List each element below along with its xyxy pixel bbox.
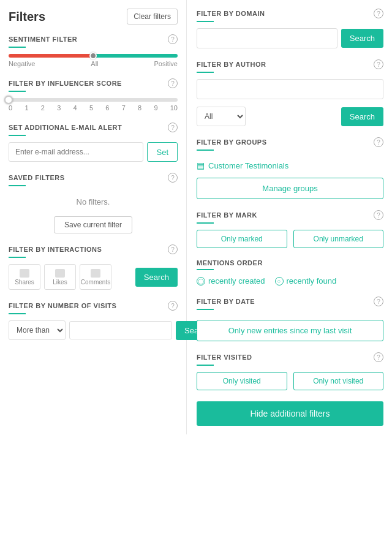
email-alert-header: SET ADDITIONAL E-MAIL ALERT ? bbox=[9, 123, 178, 132]
folder-icon: ▤ bbox=[197, 161, 205, 170]
date-header: FILTER BY DATE ? bbox=[197, 297, 383, 306]
manage-groups-button[interactable]: Manage groups bbox=[197, 178, 383, 199]
influencer-tick-3: 3 bbox=[57, 104, 61, 112]
mark-section: FILTER BY MARK ? Only marked Only unmark… bbox=[197, 210, 383, 248]
influencer-tick-9: 9 bbox=[154, 104, 157, 112]
hide-additional-filters-button[interactable]: Hide additional filters bbox=[197, 401, 383, 426]
interactions-search-button[interactable]: Search bbox=[135, 268, 178, 287]
sentiment-track[interactable] bbox=[9, 54, 178, 58]
shares-icon bbox=[20, 269, 29, 278]
domain-input[interactable] bbox=[197, 28, 337, 48]
email-alert-label: SET ADDITIONAL E-MAIL ALERT bbox=[9, 124, 122, 131]
sentiment-thumb[interactable] bbox=[89, 52, 97, 59]
sentiment-filter-header: SENTIMENT FILTER ? bbox=[9, 34, 178, 44]
author-input-row: All Author Domain Search bbox=[197, 107, 383, 126]
visits-select[interactable]: More than Less than Equal to bbox=[9, 320, 66, 340]
groups-help-icon[interactable]: ? bbox=[374, 137, 383, 147]
saved-filters-label: SAVED FILTERS bbox=[9, 174, 65, 181]
comments-box[interactable]: Comments bbox=[80, 264, 111, 290]
order-row: ◯ recently created ○ recently found bbox=[197, 276, 383, 286]
groups-header: FILTER BY GROUPS ? bbox=[197, 137, 383, 147]
set-button[interactable]: Set bbox=[147, 142, 178, 162]
date-label: FILTER BY DATE bbox=[197, 298, 255, 305]
sentiment-filter-label: SENTIMENT FILTER bbox=[9, 36, 77, 43]
visited-header: FILTER VISITED ? bbox=[197, 352, 383, 362]
interactions-help-icon[interactable]: ? bbox=[168, 244, 178, 254]
new-entries-button[interactable]: Only new entries since my last visit bbox=[197, 320, 383, 341]
mentions-order-section: MENTIONS ORDER ◯ recently created ○ rece… bbox=[197, 259, 383, 286]
author-select[interactable]: All Author Domain bbox=[197, 107, 246, 126]
mark-underline bbox=[197, 222, 214, 224]
group-name: Customer Testimonials bbox=[208, 161, 288, 170]
visits-label: FILTER BY NUMBER OF VISITS bbox=[9, 302, 116, 309]
visited-label: FILTER VISITED bbox=[197, 354, 252, 361]
author-search-button[interactable]: Search bbox=[341, 107, 383, 126]
visits-underline bbox=[9, 313, 26, 314]
visits-number-input[interactable] bbox=[69, 321, 172, 339]
saved-filters-help-icon[interactable]: ? bbox=[168, 173, 178, 183]
recently-created-option[interactable]: ◯ recently created bbox=[197, 276, 265, 286]
email-alert-help-icon[interactable]: ? bbox=[168, 123, 178, 132]
author-header: FILTER BY AUTHOR ? bbox=[197, 59, 383, 69]
visits-header: FILTER BY NUMBER OF VISITS ? bbox=[9, 301, 178, 311]
clock-icon: ◯ bbox=[197, 277, 205, 286]
sentiment-underline bbox=[9, 47, 26, 48]
email-alert-row: Set bbox=[9, 142, 178, 162]
groups-underline bbox=[197, 149, 214, 151]
domain-underline bbox=[197, 21, 214, 22]
author-input[interactable] bbox=[197, 79, 383, 99]
groups-label: FILTER BY GROUPS bbox=[197, 138, 267, 146]
save-current-filter-button[interactable]: Save current filter bbox=[54, 216, 132, 233]
only-marked-button[interactable]: Only marked bbox=[197, 230, 287, 248]
only-not-visited-button[interactable]: Only not visited bbox=[293, 372, 384, 390]
sentiment-positive-label: Positive bbox=[154, 60, 178, 67]
influencer-labels: 0 1 2 3 4 5 6 7 8 9 10 bbox=[9, 104, 178, 112]
influencer-tick-10: 10 bbox=[170, 104, 178, 112]
author-help-icon[interactable]: ? bbox=[374, 59, 383, 69]
influencer-tick-8: 8 bbox=[138, 104, 141, 112]
email-alert-underline bbox=[9, 135, 26, 136]
visits-row: More than Less than Equal to Search bbox=[9, 320, 178, 340]
visited-section: FILTER VISITED ? Only visited Only not v… bbox=[197, 352, 383, 390]
influencer-help-icon[interactable]: ? bbox=[168, 78, 178, 88]
saved-filters-underline bbox=[9, 185, 26, 186]
visited-help-icon[interactable]: ? bbox=[374, 352, 383, 362]
domain-help-icon[interactable]: ? bbox=[374, 9, 383, 18]
recently-found-option[interactable]: ○ recently found bbox=[275, 276, 337, 286]
interactions-underline bbox=[9, 257, 26, 258]
clear-filters-button[interactable]: Clear filters bbox=[127, 9, 178, 25]
influencer-score-section: FILTER BY INFLUENCER SCORE ? 0 1 2 3 4 5… bbox=[9, 78, 178, 112]
saved-filters-section: SAVED FILTERS ? No filters. Save current… bbox=[9, 173, 178, 233]
influencer-score-label: FILTER BY INFLUENCER SCORE bbox=[9, 80, 122, 87]
influencer-thumb[interactable] bbox=[4, 96, 13, 104]
influencer-tick-4: 4 bbox=[74, 104, 77, 112]
left-panel: Filters Clear filters SENTIMENT FILTER ?… bbox=[0, 0, 187, 434]
recently-found-label: recently found bbox=[287, 276, 337, 286]
shares-box[interactable]: Shares bbox=[9, 264, 40, 290]
only-visited-button[interactable]: Only visited bbox=[197, 372, 287, 390]
sentiment-filter-section: SENTIMENT FILTER ? Negative All Positive bbox=[9, 34, 178, 67]
right-panel: FILTER BY DOMAIN ? Search FILTER BY AUTH… bbox=[187, 0, 392, 434]
comments-icon bbox=[91, 269, 100, 278]
author-underline bbox=[197, 72, 214, 73]
date-help-icon[interactable]: ? bbox=[374, 297, 383, 306]
group-item[interactable]: ▤ Customer Testimonials bbox=[197, 157, 383, 174]
influencer-score-header: FILTER BY INFLUENCER SCORE ? bbox=[9, 78, 178, 88]
influencer-tick-5: 5 bbox=[89, 104, 93, 112]
shares-label: Shares bbox=[15, 279, 34, 286]
influencer-underline bbox=[9, 91, 26, 92]
mentions-order-underline bbox=[197, 269, 214, 270]
search-icon: ○ bbox=[275, 277, 284, 286]
only-unmarked-button[interactable]: Only unmarked bbox=[293, 230, 384, 248]
likes-box[interactable]: Likes bbox=[44, 264, 76, 290]
sentiment-help-icon[interactable]: ? bbox=[168, 34, 178, 44]
author-label: FILTER BY AUTHOR bbox=[197, 61, 266, 68]
influencer-tick-1: 1 bbox=[24, 104, 28, 112]
visits-help-icon[interactable]: ? bbox=[168, 301, 178, 311]
influencer-tick-0: 0 bbox=[9, 104, 12, 112]
domain-search-button[interactable]: Search bbox=[341, 29, 383, 48]
mark-help-icon[interactable]: ? bbox=[374, 210, 383, 220]
email-input[interactable] bbox=[9, 142, 143, 162]
mark-row: Only marked Only unmarked bbox=[197, 230, 383, 248]
influencer-track[interactable] bbox=[9, 98, 178, 102]
